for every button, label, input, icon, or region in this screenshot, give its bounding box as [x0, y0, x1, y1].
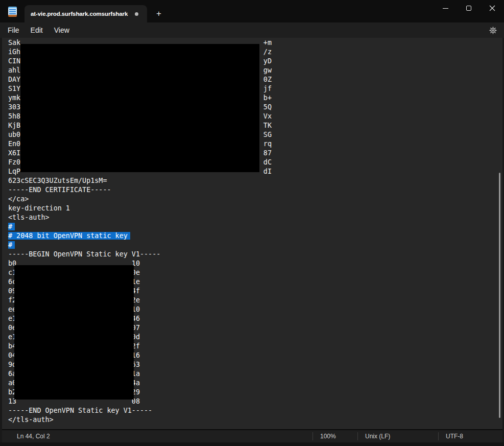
document-tab[interactable]: at-vie.prod.surfshark.comsurfshark [25, 5, 147, 22]
editor-line[interactable]: -----BEGIN OpenVPN Static key V1----- [8, 250, 272, 259]
redaction-box [14, 265, 134, 400]
close-icon [489, 5, 495, 11]
new-tab-button[interactable]: + [151, 7, 166, 21]
editor-line[interactable]: key-direction 1 [8, 204, 272, 213]
menubar: File Edit View [0, 22, 504, 38]
settings-button[interactable] [489, 26, 497, 35]
editor-line[interactable]: # [8, 241, 272, 250]
unsaved-dot [135, 12, 138, 16]
editor-line[interactable]: <tls-auth> [8, 213, 272, 222]
editor-line[interactable]: -----END CERTIFICATE----- [8, 185, 272, 195]
zoom-level: 100% [313, 432, 357, 440]
menu-file[interactable]: File [3, 22, 25, 38]
redaction-box [20, 44, 259, 172]
close-button[interactable] [481, 0, 504, 16]
notepad-icon [8, 7, 17, 17]
gear-icon [489, 26, 497, 35]
maximize-icon [466, 6, 471, 11]
cursor-position: Ln 44, Col 2 [0, 433, 313, 440]
app-window: at-vie.prod.surfshark.comsurfshark + Fil… [0, 0, 504, 446]
minimize-button[interactable] [434, 0, 457, 16]
window-frame-bottom [0, 442, 504, 446]
menu-edit[interactable]: Edit [26, 22, 48, 38]
vertical-scrollbar[interactable] [499, 173, 500, 418]
editor-line[interactable]: </tls-auth> [8, 415, 272, 425]
titlebar: at-vie.prod.surfshark.comsurfshark + [0, 0, 504, 22]
encoding: UTF-8 [438, 432, 504, 440]
editor-line[interactable]: </ca> [8, 195, 272, 204]
caption-buttons [434, 0, 504, 16]
plus-icon: + [156, 9, 161, 19]
statusbar: Ln 44, Col 2 100% Unix (LF) UTF-8 [0, 429, 504, 442]
window-frame-left [0, 38, 2, 442]
line-ending: Unix (LF) [357, 432, 438, 440]
minimize-icon [443, 8, 448, 9]
editor-line[interactable]: 623cSEC3Q3UZutsEm/Up1sM= [8, 176, 272, 185]
editor-line[interactable]: # [8, 222, 272, 231]
tab-title: at-vie.prod.surfshark.comsurfshark [31, 11, 132, 17]
menu-view[interactable]: View [49, 22, 75, 38]
editor-line[interactable]: -----END OpenVPN Static key V1----- [8, 406, 272, 415]
editor-line[interactable]: # 2048 bit OpenVPN static key [8, 231, 272, 241]
maximize-button[interactable] [457, 0, 481, 16]
